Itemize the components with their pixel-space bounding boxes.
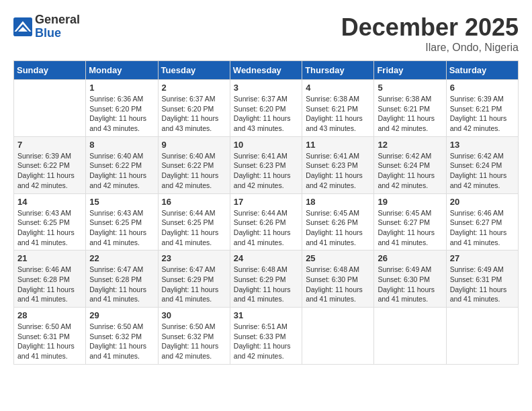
day-info: Sunrise: 6:39 AM Sunset: 6:21 PM Dayligh… — [450, 94, 515, 134]
calendar-cell: 22Sunrise: 6:47 AM Sunset: 6:28 PM Dayli… — [86, 250, 158, 308]
calendar-cell: 8Sunrise: 6:40 AM Sunset: 6:22 PM Daylig… — [86, 136, 158, 193]
day-number: 31 — [234, 310, 298, 320]
day-number: 13 — [450, 140, 515, 150]
day-info: Sunrise: 6:40 AM Sunset: 6:22 PM Dayligh… — [162, 151, 226, 191]
calendar-cell: 3Sunrise: 6:37 AM Sunset: 6:20 PM Daylig… — [230, 80, 302, 137]
day-number: 15 — [89, 197, 154, 207]
calendar-cell: 5Sunrise: 6:38 AM Sunset: 6:21 PM Daylig… — [374, 80, 446, 137]
day-info: Sunrise: 6:44 AM Sunset: 6:25 PM Dayligh… — [162, 208, 226, 248]
logo-text: General Blue — [35, 13, 80, 40]
day-number: 11 — [306, 140, 370, 150]
day-header-monday: Monday — [86, 61, 158, 80]
calendar-cell: 26Sunrise: 6:49 AM Sunset: 6:30 PM Dayli… — [374, 250, 446, 308]
day-info: Sunrise: 6:46 AM Sunset: 6:27 PM Dayligh… — [450, 208, 515, 248]
calendar-cell: 29Sunrise: 6:50 AM Sunset: 6:32 PM Dayli… — [86, 308, 158, 365]
month-title: December 2025 — [341, 13, 519, 42]
day-number: 23 — [162, 253, 226, 263]
day-number: 21 — [17, 253, 82, 263]
day-number: 28 — [17, 310, 82, 320]
calendar-cell: 19Sunrise: 6:45 AM Sunset: 6:27 PM Dayli… — [374, 193, 446, 250]
calendar-cell: 25Sunrise: 6:48 AM Sunset: 6:30 PM Dayli… — [302, 250, 374, 308]
day-number: 27 — [450, 253, 515, 263]
day-header-sunday: Sunday — [14, 61, 86, 80]
day-info: Sunrise: 6:44 AM Sunset: 6:26 PM Dayligh… — [234, 208, 298, 248]
calendar-cell: 23Sunrise: 6:47 AM Sunset: 6:29 PM Dayli… — [158, 250, 230, 308]
day-number: 8 — [89, 140, 154, 150]
day-header-saturday: Saturday — [446, 61, 518, 80]
calendar-cell: 28Sunrise: 6:50 AM Sunset: 6:31 PM Dayli… — [14, 308, 86, 365]
logo: General Blue — [13, 13, 80, 40]
day-info: Sunrise: 6:41 AM Sunset: 6:23 PM Dayligh… — [306, 151, 370, 191]
logo-blue: Blue — [35, 27, 80, 40]
day-info: Sunrise: 6:36 AM Sunset: 6:20 PM Dayligh… — [89, 94, 154, 134]
day-info: Sunrise: 6:48 AM Sunset: 6:30 PM Dayligh… — [306, 265, 370, 304]
calendar-cell: 24Sunrise: 6:48 AM Sunset: 6:29 PM Dayli… — [230, 250, 302, 308]
day-number: 25 — [306, 253, 370, 263]
day-number: 4 — [306, 83, 370, 93]
calendar-cell — [14, 80, 86, 137]
calendar-cell: 20Sunrise: 6:46 AM Sunset: 6:27 PM Dayli… — [446, 193, 518, 250]
day-info: Sunrise: 6:38 AM Sunset: 6:21 PM Dayligh… — [378, 94, 442, 134]
calendar-cell: 4Sunrise: 6:38 AM Sunset: 6:21 PM Daylig… — [302, 80, 374, 137]
calendar-cell: 17Sunrise: 6:44 AM Sunset: 6:26 PM Dayli… — [230, 193, 302, 250]
calendar-week-row: 7Sunrise: 6:39 AM Sunset: 6:22 PM Daylig… — [14, 136, 519, 193]
day-number: 19 — [378, 197, 442, 207]
day-info: Sunrise: 6:43 AM Sunset: 6:25 PM Dayligh… — [89, 208, 154, 248]
day-number: 3 — [234, 83, 298, 93]
day-number: 16 — [162, 197, 226, 207]
day-header-friday: Friday — [374, 61, 446, 80]
calendar-cell: 15Sunrise: 6:43 AM Sunset: 6:25 PM Dayli… — [86, 193, 158, 250]
day-number: 10 — [234, 140, 298, 150]
day-number: 7 — [17, 140, 82, 150]
calendar-cell: 2Sunrise: 6:37 AM Sunset: 6:20 PM Daylig… — [158, 80, 230, 137]
day-info: Sunrise: 6:39 AM Sunset: 6:22 PM Dayligh… — [17, 151, 82, 191]
calendar-cell: 31Sunrise: 6:51 AM Sunset: 6:33 PM Dayli… — [230, 308, 302, 365]
day-header-thursday: Thursday — [302, 61, 374, 80]
day-number: 14 — [17, 197, 82, 207]
page-header: General Blue December 2025 Ilare, Ondo, … — [13, 13, 519, 54]
calendar-cell: 1Sunrise: 6:36 AM Sunset: 6:20 PM Daylig… — [86, 80, 158, 137]
logo-general: General — [35, 13, 80, 27]
calendar-cell: 27Sunrise: 6:49 AM Sunset: 6:31 PM Dayli… — [446, 250, 518, 308]
calendar-cell — [446, 308, 518, 365]
calendar-cell: 11Sunrise: 6:41 AM Sunset: 6:23 PM Dayli… — [302, 136, 374, 193]
day-info: Sunrise: 6:49 AM Sunset: 6:31 PM Dayligh… — [450, 265, 515, 304]
day-number: 22 — [89, 253, 154, 263]
calendar-week-row: 14Sunrise: 6:43 AM Sunset: 6:25 PM Dayli… — [14, 193, 519, 250]
day-number: 9 — [162, 140, 226, 150]
calendar-cell — [302, 308, 374, 365]
logo-icon — [13, 17, 32, 36]
day-number: 1 — [89, 83, 154, 93]
day-info: Sunrise: 6:37 AM Sunset: 6:20 PM Dayligh… — [234, 94, 298, 134]
calendar-week-row: 1Sunrise: 6:36 AM Sunset: 6:20 PM Daylig… — [14, 80, 519, 137]
day-info: Sunrise: 6:37 AM Sunset: 6:20 PM Dayligh… — [162, 94, 226, 134]
day-info: Sunrise: 6:47 AM Sunset: 6:29 PM Dayligh… — [162, 265, 226, 304]
day-info: Sunrise: 6:48 AM Sunset: 6:29 PM Dayligh… — [234, 265, 298, 304]
calendar-cell: 18Sunrise: 6:45 AM Sunset: 6:26 PM Dayli… — [302, 193, 374, 250]
calendar-cell: 7Sunrise: 6:39 AM Sunset: 6:22 PM Daylig… — [14, 136, 86, 193]
day-info: Sunrise: 6:45 AM Sunset: 6:27 PM Dayligh… — [378, 208, 442, 248]
location: Ilare, Ondo, Nigeria — [341, 42, 519, 54]
day-info: Sunrise: 6:43 AM Sunset: 6:25 PM Dayligh… — [17, 208, 82, 248]
calendar-cell: 13Sunrise: 6:42 AM Sunset: 6:24 PM Dayli… — [446, 136, 518, 193]
calendar-cell: 6Sunrise: 6:39 AM Sunset: 6:21 PM Daylig… — [446, 80, 518, 137]
calendar-header-row: SundayMondayTuesdayWednesdayThursdayFrid… — [14, 61, 519, 80]
day-number: 17 — [234, 197, 298, 207]
calendar-table: SundayMondayTuesdayWednesdayThursdayFrid… — [13, 60, 519, 365]
day-number: 12 — [378, 140, 442, 150]
day-header-wednesday: Wednesday — [230, 61, 302, 80]
calendar-cell: 16Sunrise: 6:44 AM Sunset: 6:25 PM Dayli… — [158, 193, 230, 250]
title-section: December 2025 Ilare, Ondo, Nigeria — [341, 13, 519, 54]
day-number: 24 — [234, 253, 298, 263]
calendar-week-row: 21Sunrise: 6:46 AM Sunset: 6:28 PM Dayli… — [14, 250, 519, 308]
day-info: Sunrise: 6:42 AM Sunset: 6:24 PM Dayligh… — [378, 151, 442, 191]
calendar-cell: 30Sunrise: 6:50 AM Sunset: 6:32 PM Dayli… — [158, 308, 230, 365]
day-number: 20 — [450, 197, 515, 207]
day-number: 30 — [162, 310, 226, 320]
day-number: 26 — [378, 253, 442, 263]
day-number: 5 — [378, 83, 442, 93]
day-info: Sunrise: 6:46 AM Sunset: 6:28 PM Dayligh… — [17, 265, 82, 304]
calendar-cell: 12Sunrise: 6:42 AM Sunset: 6:24 PM Dayli… — [374, 136, 446, 193]
calendar-cell: 9Sunrise: 6:40 AM Sunset: 6:22 PM Daylig… — [158, 136, 230, 193]
day-header-tuesday: Tuesday — [158, 61, 230, 80]
